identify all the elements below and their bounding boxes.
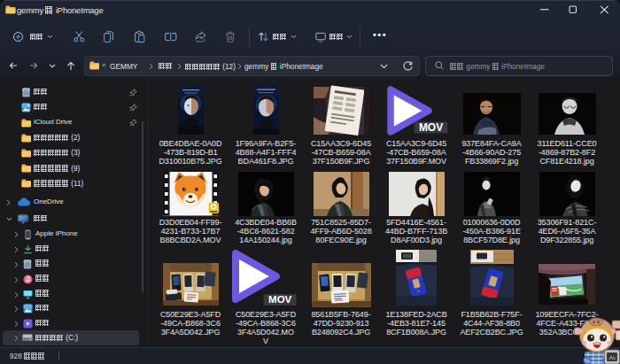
svg-text:MOV: MOV bbox=[419, 121, 443, 134]
svg-text:MOV: MOV bbox=[268, 294, 291, 305]
